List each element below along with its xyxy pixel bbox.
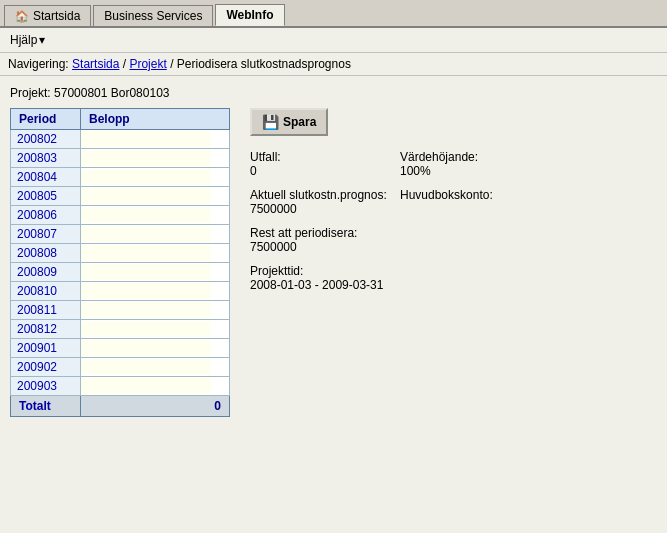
vardehojande-label: Värdehöjande:: [400, 150, 542, 164]
amount-input[interactable]: [81, 131, 211, 147]
table-row: 200807: [11, 225, 230, 244]
totals-value: 0: [81, 396, 230, 417]
period-cell: 200802: [11, 130, 81, 149]
table-row: 200902: [11, 358, 230, 377]
breadcrumb: Navigering: Startsida / Projekt / Period…: [0, 53, 667, 76]
period-table: Period Belopp 20080220080320080420080520…: [10, 108, 230, 417]
vardehojande-cell: Värdehöjande: 100%: [400, 148, 550, 186]
table-row: 200812: [11, 320, 230, 339]
amount-cell[interactable]: [81, 187, 230, 206]
tab-bar: 🏠 Startsida Business Services WebInfo: [0, 0, 667, 28]
save-button[interactable]: 💾 Spara: [250, 108, 328, 136]
vardehojande-value: 100%: [400, 164, 542, 178]
tab-business-services[interactable]: Business Services: [93, 5, 213, 26]
projekttid-label: Projekttid:: [250, 264, 392, 278]
amount-cell[interactable]: [81, 377, 230, 396]
utfall-cell: Utfall: 0: [250, 148, 400, 186]
breadcrumb-page: / Periodisera slutkostnadsprognos: [170, 57, 351, 71]
table-row: 200804: [11, 168, 230, 187]
save-label: Spara: [283, 115, 316, 129]
projekttid-cell: Projekttid: 2008-01-03 - 2009-03-31: [250, 262, 400, 300]
amount-input[interactable]: [81, 245, 211, 261]
period-cell: 200903: [11, 377, 81, 396]
col-amount: Belopp: [81, 109, 230, 130]
table-row: 200806: [11, 206, 230, 225]
amount-cell[interactable]: [81, 301, 230, 320]
help-label: Hjälp: [10, 33, 37, 47]
amount-input[interactable]: [81, 188, 211, 204]
rest-cell: Rest att periodisera: 7500000: [250, 224, 400, 262]
table-row: 200802: [11, 130, 230, 149]
table-row: 200811: [11, 301, 230, 320]
home-icon: 🏠: [15, 10, 29, 23]
aktuell-label: Aktuell slutkostn.prognos:: [250, 188, 392, 202]
page-content: Projekt: 57000801 Bor080103 Period Belop…: [0, 76, 667, 427]
col-period: Period: [11, 109, 81, 130]
period-cell: 200810: [11, 282, 81, 301]
amount-input[interactable]: [81, 226, 211, 242]
amount-input[interactable]: [81, 359, 211, 375]
amount-cell[interactable]: [81, 358, 230, 377]
project-label: Projekt:: [10, 86, 51, 100]
tab-webinfo[interactable]: WebInfo: [215, 4, 284, 26]
tab-startsida-label: Startsida: [33, 9, 80, 23]
rest-value: 7500000: [250, 240, 392, 254]
amount-cell[interactable]: [81, 206, 230, 225]
amount-cell[interactable]: [81, 130, 230, 149]
rest-label: Rest att periodisera:: [250, 226, 392, 240]
amount-cell[interactable]: [81, 320, 230, 339]
amount-input[interactable]: [81, 150, 211, 166]
period-table-wrapper: Period Belopp 20080220080320080420080520…: [10, 108, 230, 417]
amount-cell[interactable]: [81, 282, 230, 301]
period-cell: 200806: [11, 206, 81, 225]
empty-cell: [400, 224, 550, 262]
aktuell-value: 7500000: [250, 202, 392, 216]
huvudbokskonto-label: Huvudbokskonto:: [400, 188, 542, 202]
amount-input[interactable]: [81, 283, 211, 299]
table-row: 200809: [11, 263, 230, 282]
period-cell: 200807: [11, 225, 81, 244]
tab-webinfo-label: WebInfo: [226, 8, 273, 22]
table-row: 200808: [11, 244, 230, 263]
amount-input[interactable]: [81, 264, 211, 280]
utfall-label: Utfall:: [250, 150, 392, 164]
amount-input[interactable]: [81, 340, 211, 356]
dropdown-arrow: ▾: [39, 33, 45, 47]
amount-cell[interactable]: [81, 168, 230, 187]
period-cell: 200812: [11, 320, 81, 339]
save-icon: 💾: [262, 114, 279, 130]
breadcrumb-startsida[interactable]: Startsida: [72, 57, 119, 71]
period-cell: 200804: [11, 168, 81, 187]
aktuell-cell: Aktuell slutkostn.prognos: 7500000: [250, 186, 400, 224]
period-cell: 200809: [11, 263, 81, 282]
project-value: 57000801 Bor080103: [54, 86, 169, 100]
amount-input[interactable]: [81, 378, 211, 394]
table-row: 200803: [11, 149, 230, 168]
toolbar: Hjälp ▾: [0, 28, 667, 53]
breadcrumb-prefix: Navigering:: [8, 57, 69, 71]
projekttid-value: 2008-01-03 - 2009-03-31: [250, 278, 392, 292]
amount-input[interactable]: [81, 207, 211, 223]
help-menu[interactable]: Hjälp ▾: [6, 31, 49, 49]
period-cell: 200811: [11, 301, 81, 320]
amount-input[interactable]: [81, 169, 211, 185]
amount-cell[interactable]: [81, 263, 230, 282]
table-row: 200903: [11, 377, 230, 396]
period-cell: 200902: [11, 358, 81, 377]
amount-input[interactable]: [81, 302, 211, 318]
period-cell: 200803: [11, 149, 81, 168]
amount-cell[interactable]: [81, 225, 230, 244]
breadcrumb-projekt[interactable]: Projekt: [129, 57, 166, 71]
amount-cell[interactable]: [81, 339, 230, 358]
period-cell: 200805: [11, 187, 81, 206]
tab-business-services-label: Business Services: [104, 9, 202, 23]
period-cell: 200808: [11, 244, 81, 263]
table-row: 200810: [11, 282, 230, 301]
totals-label: Totalt: [11, 396, 81, 417]
tab-startsida[interactable]: 🏠 Startsida: [4, 5, 91, 26]
right-panel: 💾 Spara Utfall: 0 Värdehöjande: 100% Akt…: [250, 108, 550, 300]
amount-input[interactable]: [81, 321, 211, 337]
amount-cell[interactable]: [81, 149, 230, 168]
amount-cell[interactable]: [81, 244, 230, 263]
huvudbokskonto-cell: Huvudbokskonto:: [400, 186, 550, 224]
